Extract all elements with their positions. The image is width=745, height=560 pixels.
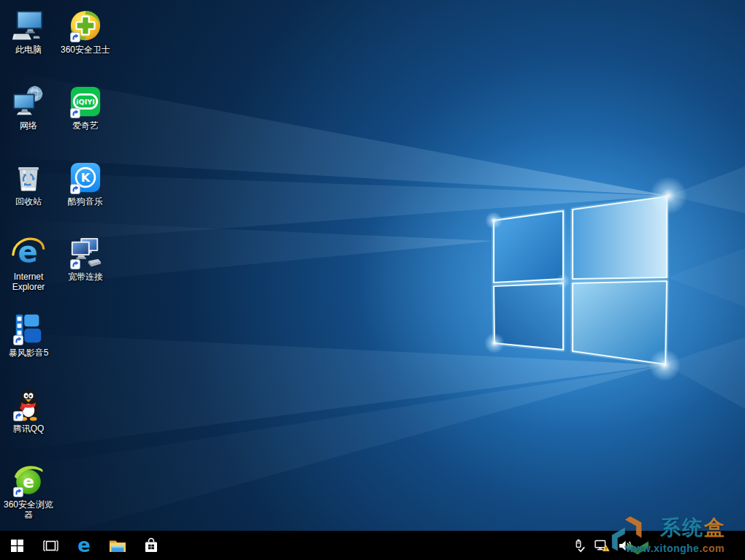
microsoft-store-icon xyxy=(143,537,159,553)
shortcut-arrow-icon xyxy=(70,259,80,269)
shortcut-arrow-icon xyxy=(70,108,80,118)
desktop-icon-label: 腾讯QQ xyxy=(0,423,57,434)
recycle-bin-icon xyxy=(12,161,45,194)
desktop-icon-qq[interactable]: 腾讯QQ xyxy=(0,388,57,434)
shortcut-arrow-icon xyxy=(13,411,23,421)
internet-explorer-icon: e xyxy=(12,236,45,269)
file-explorer-taskbar-button[interactable] xyxy=(101,531,134,560)
desktop-icon-label: 酷狗音乐 xyxy=(57,196,114,207)
taskbar: e xyxy=(0,531,745,560)
shortcut-arrow-icon xyxy=(13,335,23,345)
desktop-icon-label: 360安全卫士 xyxy=(57,45,114,55)
edge-logo-text: e xyxy=(77,536,91,555)
shortcut-arrow-icon xyxy=(70,184,80,194)
start-button[interactable] xyxy=(0,531,34,560)
desktop-icon-network[interactable]: 网络 xyxy=(0,85,57,131)
desktop-icon-iqiyi[interactable]: iQIYI 爱奇艺 xyxy=(57,85,114,131)
task-view-icon xyxy=(43,540,58,552)
desktop-icon-label: 网络 xyxy=(0,120,57,131)
iqiyi-logo-text: iQIYI xyxy=(76,98,95,106)
desktop-icon-internet-explorer[interactable]: e Internet Explorer xyxy=(0,236,57,292)
edge-icon: e xyxy=(74,536,93,555)
desktop-icon-label: 爱奇艺 xyxy=(57,120,114,131)
desktop-icon-label: 360安全浏览器 xyxy=(0,499,57,520)
task-view-button[interactable] xyxy=(34,531,67,560)
this-pc-icon xyxy=(12,9,45,42)
kugou-logo-text: K xyxy=(81,171,91,185)
usb-tray-icon[interactable] xyxy=(570,531,587,560)
desktop-icon-kugou[interactable]: K 酷狗音乐 xyxy=(57,161,114,207)
desktop-icon-broadband[interactable]: 宽带连接 xyxy=(57,236,114,282)
desktop-icon-label: 暴风影音5 xyxy=(0,348,57,358)
volume-tray-icon[interactable] xyxy=(616,531,634,560)
network-icon xyxy=(12,85,45,118)
network-warning-tray-icon[interactable] xyxy=(593,531,611,560)
file-explorer-icon xyxy=(109,538,126,553)
shortcut-arrow-icon xyxy=(13,487,23,497)
desktop-icon-label: 此电脑 xyxy=(0,45,57,55)
desktop: 此电脑 360安全卫士 xyxy=(0,0,745,560)
desktop-icon-this-pc[interactable]: 此电脑 xyxy=(0,9,57,55)
desktop-icon-baofeng[interactable]: 暴风影音5 xyxy=(0,312,57,358)
desktop-icon-label: 宽带连接 xyxy=(57,272,114,282)
desktop-icon-label: 回收站 xyxy=(0,196,57,207)
desktop-icon-label: Internet Explorer xyxy=(0,272,57,292)
system-tray xyxy=(570,531,634,560)
desktop-icon-recycle-bin[interactable]: 回收站 xyxy=(0,161,57,207)
360-browser-logo-text: e xyxy=(23,472,34,491)
windows-logo-icon xyxy=(11,540,23,552)
desktop-icon-360-browser[interactable]: e 360安全浏览器 xyxy=(0,464,57,520)
edge-taskbar-button[interactable]: e xyxy=(67,531,101,560)
shortcut-arrow-icon xyxy=(70,32,80,42)
desktop-icon-360-safe[interactable]: 360安全卫士 xyxy=(57,9,114,55)
store-taskbar-button[interactable] xyxy=(134,531,168,560)
